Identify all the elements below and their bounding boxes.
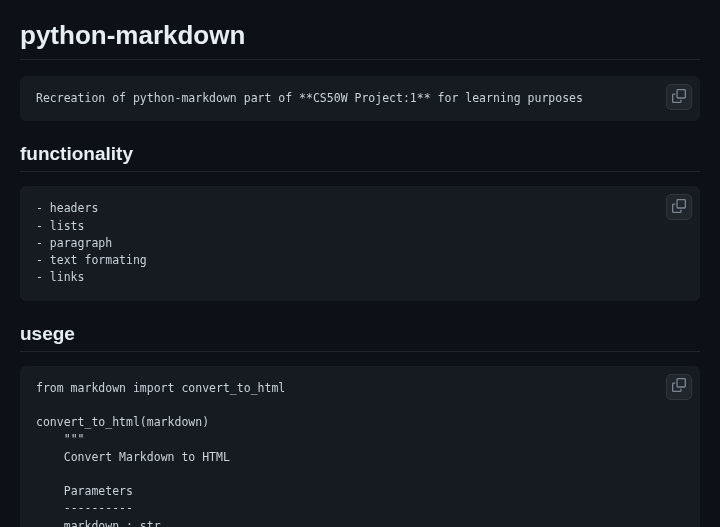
functionality-heading: functionality xyxy=(20,143,700,172)
code-content: Recreation of python-markdown part of **… xyxy=(36,90,684,107)
copy-button[interactable] xyxy=(666,84,692,110)
copy-button[interactable] xyxy=(666,194,692,220)
usage-codeblock: from markdown import convert_to_html con… xyxy=(20,366,700,528)
code-content: from markdown import convert_to_html con… xyxy=(36,380,684,528)
functionality-codeblock: - headers - lists - paragraph - text for… xyxy=(20,186,700,300)
page-title: python-markdown xyxy=(20,20,700,60)
description-codeblock: Recreation of python-markdown part of **… xyxy=(20,76,700,121)
usage-heading: usege xyxy=(20,323,700,352)
copy-icon xyxy=(672,378,686,395)
copy-button[interactable] xyxy=(666,374,692,400)
code-content: - headers - lists - paragraph - text for… xyxy=(36,200,684,286)
copy-icon xyxy=(672,89,686,106)
copy-icon xyxy=(672,199,686,216)
